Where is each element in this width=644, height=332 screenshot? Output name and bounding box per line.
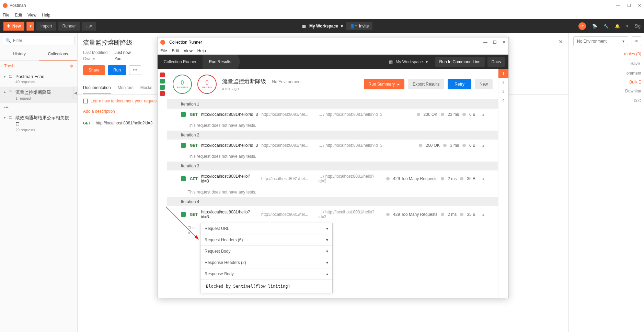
- app-title: Postman: [10, 3, 26, 8]
- status-indicator: [160, 79, 165, 84]
- run-summary: 0 PASSED 0 FAILED 流量监控熔断降级 No Environmen…: [167, 69, 498, 100]
- chevron-up-icon[interactable]: ▴: [482, 143, 484, 148]
- satellite-icon[interactable]: 📡: [592, 24, 597, 29]
- close-icon[interactable]: ✕: [638, 3, 641, 8]
- chevron-down-icon: ▾: [341, 24, 343, 29]
- tab-documentation[interactable]: Documentation: [83, 82, 111, 94]
- chevron-up-icon[interactable]: ▴: [482, 112, 484, 117]
- dot-icon: [417, 113, 420, 116]
- share-button[interactable]: Share: [83, 65, 105, 75]
- close-doc-icon[interactable]: ✕: [559, 38, 563, 45]
- download-link[interactable]: Downloa: [624, 87, 641, 96]
- runner-workspace[interactable]: ▦ My Workspace ▾: [385, 59, 432, 64]
- runner-title: Collection Runner: [169, 40, 202, 45]
- menu-file[interactable]: File: [160, 48, 167, 53]
- iteration-request[interactable]: GET http://localhost:8081/hello?id=3 htt…: [167, 170, 498, 187]
- filter-input-wrap[interactable]: 🔍: [3, 36, 74, 45]
- chevron-right-icon: ▸: [4, 115, 6, 119]
- menu-edit[interactable]: Edit: [15, 13, 22, 18]
- iteration-request[interactable]: GET http://localhost:8081/hello?id=3 htt…: [167, 206, 498, 223]
- trash-link[interactable]: Trash: [4, 64, 14, 68]
- chevron-right-icon: ▸: [4, 75, 6, 78]
- owner-value: You: [114, 56, 130, 61]
- examples-link[interactable]: mples (0): [624, 49, 641, 58]
- heart-icon[interactable]: ♥: [626, 24, 629, 29]
- comments-link[interactable]: omment: [624, 69, 641, 78]
- menu-help[interactable]: Help: [42, 13, 50, 18]
- filter-input[interactable]: [13, 38, 71, 43]
- new-collection-icon[interactable]: ⊕: [70, 64, 73, 68]
- passed-circle: 0 PASSED: [173, 75, 192, 94]
- signin-link[interactable]: Sig: [635, 24, 641, 29]
- menu-edit[interactable]: Edit: [172, 48, 179, 53]
- run-time: a min ago: [222, 87, 358, 91]
- tab-history[interactable]: History: [0, 48, 39, 60]
- iteration-request[interactable]: GET http://localhost:8081/hello?id=3 htt…: [167, 109, 498, 120]
- status-indicator: [160, 85, 165, 90]
- open-new-button[interactable]: ⬚▾: [82, 22, 96, 31]
- workspace-selector[interactable]: My Workspace ▾: [309, 24, 343, 29]
- sync-icon[interactable]: ⟳: [578, 22, 586, 30]
- tab-monitors[interactable]: Monitors: [118, 82, 134, 94]
- run-button[interactable]: Run: [108, 65, 126, 75]
- menu-view[interactable]: View: [27, 13, 36, 18]
- bulk-edit-link[interactable]: Bulk E: [624, 78, 641, 87]
- collection-item[interactable]: ▸ 🗀 Postman Echo 40 requests: [0, 71, 77, 87]
- close-icon[interactable]: ✕: [502, 40, 506, 45]
- maximize-icon[interactable]: ☐: [493, 40, 497, 45]
- import-button[interactable]: Import: [36, 22, 56, 31]
- pager-item[interactable]: 4: [498, 96, 508, 105]
- pager-item[interactable]: 1: [498, 69, 508, 78]
- copy-icon[interactable]: ⧉ C: [624, 96, 641, 106]
- chevron-up-icon[interactable]: ▴: [482, 212, 484, 217]
- menu-help[interactable]: Help: [197, 48, 206, 53]
- run-name: 流量监控熔断降级: [222, 78, 266, 84]
- detail-request-url[interactable]: Request URL▾: [200, 223, 332, 234]
- environment-select[interactable]: No Environment ▾: [573, 36, 628, 46]
- minimize-icon[interactable]: —: [616, 3, 620, 8]
- breadcrumb-runner[interactable]: Collection Runner: [158, 55, 203, 69]
- runner-toolbar: Collection Runner Run Results ▦ My Works…: [158, 55, 508, 69]
- chevron-up-icon[interactable]: ▴: [482, 176, 484, 181]
- app-icon: [160, 40, 165, 45]
- breadcrumb-results[interactable]: Run Results: [203, 55, 237, 69]
- status-square: [181, 143, 186, 148]
- detail-request-headers[interactable]: Request Headers (6)▾: [200, 234, 332, 246]
- save-button[interactable]: Save: [624, 58, 641, 69]
- app-titlebar: Postman — ☐ ✕: [0, 0, 644, 11]
- wrench-icon[interactable]: 🔧: [603, 24, 609, 29]
- run-summary-button[interactable]: Run Summary ▸: [364, 79, 405, 89]
- detail-response-headers[interactable]: Response Headers (2)▾: [200, 257, 332, 268]
- collection-item[interactable]: ▸ 🗀 流量监控熔断降级 1 request: [0, 87, 77, 103]
- pager-item[interactable]: 2: [498, 78, 508, 87]
- collection-item[interactable]: ▸ 🗀 绩效沟通与结果公示相关接口 29 requests: [0, 112, 77, 135]
- retry-button[interactable]: Retry: [448, 79, 471, 89]
- maximize-icon[interactable]: ☐: [627, 3, 631, 8]
- run-cli-button[interactable]: Run In Command Line: [435, 57, 485, 67]
- eye-icon[interactable]: 👁: [632, 36, 641, 46]
- menu-file[interactable]: File: [3, 13, 9, 18]
- new-run-button[interactable]: New: [475, 79, 493, 89]
- export-results-button[interactable]: Export Results: [408, 79, 444, 89]
- last-modified-label: Last Modified: [83, 50, 107, 55]
- new-button[interactable]: ✚ New: [3, 22, 24, 31]
- search-icon: 🔍: [6, 38, 11, 43]
- more-button[interactable]: •••: [129, 65, 141, 75]
- tab-mocks[interactable]: Mocks: [140, 82, 152, 94]
- dot-icon: [443, 144, 447, 147]
- menu-view[interactable]: View: [184, 48, 193, 53]
- detail-response-body[interactable]: Response Body▴: [200, 268, 332, 280]
- new-dropdown[interactable]: ▾: [26, 22, 34, 31]
- docs-button[interactable]: Docs: [487, 57, 505, 67]
- invite-button[interactable]: 👤⁺ Invite: [346, 22, 372, 30]
- more-icon[interactable]: •••: [0, 103, 77, 112]
- toggle-sidebar-icon[interactable]: ◀: [73, 87, 78, 99]
- tab-collections[interactable]: Collections: [39, 48, 78, 60]
- status-square: [181, 212, 186, 217]
- iteration-request[interactable]: GET http://localhost:8081/hello?id=3 htt…: [167, 140, 498, 151]
- detail-request-body[interactable]: Request Body▾: [200, 246, 332, 257]
- bell-icon[interactable]: 🔔: [615, 24, 620, 29]
- pager-item[interactable]: 3: [498, 87, 508, 96]
- runner-button[interactable]: Runner: [58, 22, 80, 31]
- minimize-icon[interactable]: —: [483, 40, 487, 45]
